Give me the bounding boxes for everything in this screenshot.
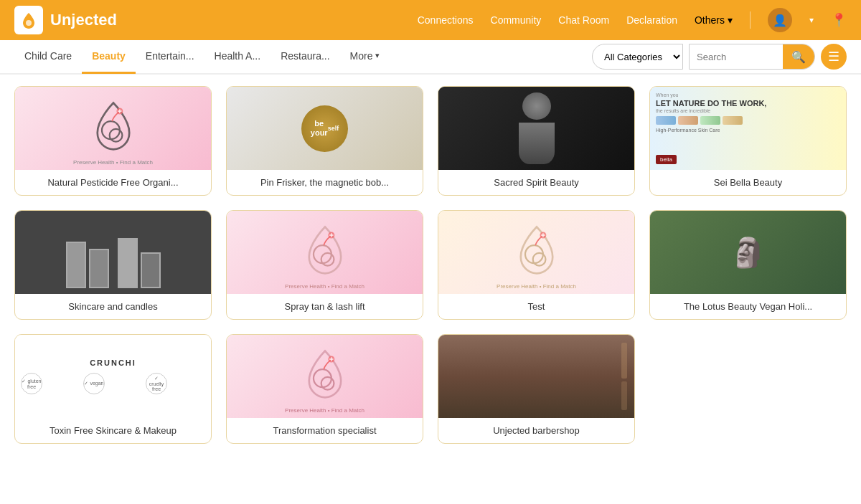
svg-point-11: [321, 377, 334, 390]
header-nav: Connections Community Chat Room Declarat…: [418, 8, 847, 32]
card-6-image: Preserve Health • Find a Match: [227, 211, 423, 294]
chevron-down-icon-avatar: ▾: [809, 15, 814, 25]
svg-point-2: [109, 129, 122, 142]
header-left: Unjected: [14, 6, 117, 34]
card-1-image: Preserve Health • Find a Match: [15, 87, 211, 170]
card-4-title: Sei Bella Beauty: [650, 170, 846, 195]
nav-connections[interactable]: Connections: [418, 14, 474, 26]
svg-point-1: [102, 121, 120, 139]
divider: [750, 11, 751, 29]
subnav-right: All Categories 🔍 ☰: [592, 44, 847, 70]
logo: [14, 6, 43, 34]
card-1-title: Natural Pesticide Free Organi...: [15, 170, 211, 195]
category-select[interactable]: All Categories: [592, 44, 683, 70]
card-10[interactable]: Preserve Health • Find a Match Transform…: [226, 334, 423, 444]
card-8-image: 🗿: [650, 211, 846, 294]
card-2[interactable]: beyourself Pin Frisker, the magnetic bob…: [226, 86, 423, 196]
chevron-down-icon: ▾: [728, 14, 733, 26]
svg-point-8: [532, 253, 545, 266]
card-11-title: Unjected barbershop: [438, 418, 634, 443]
card-1[interactable]: Preserve Health • Find a Match Natural P…: [14, 86, 212, 196]
search-button[interactable]: 🔍: [783, 44, 814, 70]
card-grid: Preserve Health • Find a Match Natural P…: [0, 75, 861, 455]
nav-declaration[interactable]: Declaration: [626, 14, 677, 26]
subnav-beauty[interactable]: Beauty: [82, 39, 136, 74]
card-8[interactable]: 🗿 The Lotus Beauty Vegan Holi...: [649, 210, 847, 320]
menu-button[interactable]: ☰: [821, 44, 847, 70]
card-7-image: Preserve Health • Find a Match: [438, 211, 634, 294]
search-input[interactable]: [690, 47, 783, 67]
nav-others[interactable]: Others ▾: [695, 14, 733, 26]
card-9-image: CRUNCHI ✓ gluten free ✓ vegan ✓ cruelty …: [15, 335, 211, 418]
card-2-title: Pin Frisker, the magnetic bob...: [227, 170, 423, 195]
card-6[interactable]: Preserve Health • Find a Match Spray tan…: [226, 210, 423, 320]
subnav: Child Care Beauty Entertain... Health A.…: [0, 40, 861, 75]
app-title: Unjected: [50, 11, 117, 29]
card-5-image: [15, 211, 211, 294]
svg-point-0: [26, 20, 32, 26]
location-icon[interactable]: 📍: [831, 12, 847, 28]
card-2-image: beyourself: [227, 87, 423, 170]
search-icon: 🔍: [791, 51, 806, 63]
subnav-health[interactable]: Health A...: [204, 39, 271, 74]
nav-community[interactable]: Community: [491, 14, 542, 26]
search-wrap: 🔍: [689, 44, 815, 70]
svg-point-4: [314, 245, 331, 263]
card-7[interactable]: Preserve Health • Find a Match Test: [438, 210, 635, 320]
card-10-title: Transformation specialist: [227, 418, 423, 443]
card-7-title: Test: [438, 294, 634, 319]
svg-point-10: [314, 369, 331, 387]
subnav-more[interactable]: More ▾: [340, 39, 390, 74]
card-8-title: The Lotus Beauty Vegan Holi...: [650, 294, 846, 319]
card-3-title: Sacred Spirit Beauty: [438, 170, 634, 195]
card-4-image: When you LET NATURE DO THE WORK, the res…: [650, 87, 846, 170]
card-10-image: Preserve Health • Find a Match: [227, 335, 423, 418]
card-6-title: Spray tan & lash lift: [227, 294, 423, 319]
card-9-title: Toxin Free Skincare & Makeup: [15, 418, 211, 443]
card-5-title: Skincare and candles: [15, 294, 211, 319]
more-chevron-icon: ▾: [375, 51, 380, 60]
card-5[interactable]: Skincare and candles: [14, 210, 212, 320]
header: Unjected Connections Community Chat Room…: [0, 0, 861, 40]
subnav-restaura[interactable]: Restaura...: [270, 39, 339, 74]
card-3-image: [438, 87, 634, 170]
card-3[interactable]: Sacred Spirit Beauty: [438, 86, 635, 196]
svg-point-5: [321, 253, 334, 266]
card-4[interactable]: When you LET NATURE DO THE WORK, the res…: [649, 86, 847, 196]
avatar[interactable]: 👤: [768, 8, 792, 32]
card-11[interactable]: Unjected barbershop: [438, 334, 635, 444]
card-11-image: [438, 335, 634, 418]
subnav-entertain[interactable]: Entertain...: [136, 39, 204, 74]
subnav-childcare[interactable]: Child Care: [14, 39, 82, 74]
menu-icon: ☰: [828, 49, 839, 65]
svg-point-7: [525, 245, 543, 263]
card-9[interactable]: CRUNCHI ✓ gluten free ✓ vegan ✓ cruelty …: [14, 334, 212, 444]
nav-chat-room[interactable]: Chat Room: [558, 14, 609, 26]
